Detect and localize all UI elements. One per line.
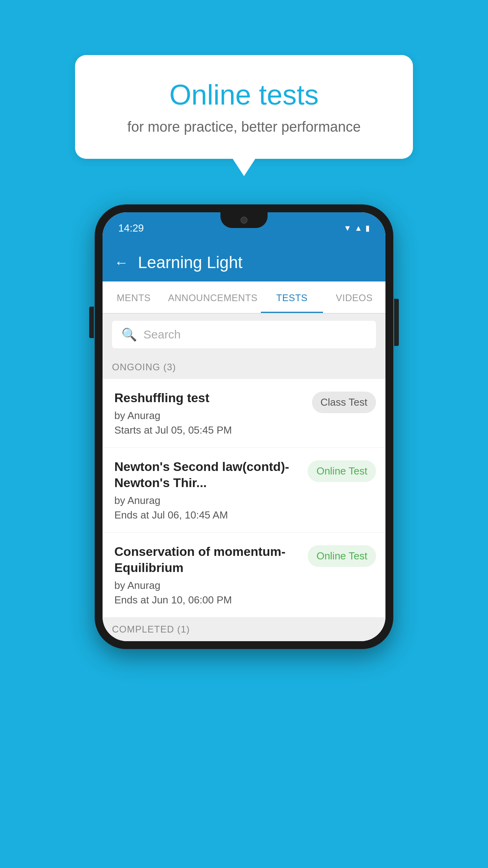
bubble-title: Online tests: [103, 79, 385, 111]
app-header: ← Learning Light: [103, 244, 385, 281]
signal-icon: [354, 223, 362, 233]
status-time: 14:29: [118, 222, 144, 234]
status-icons: [343, 223, 370, 233]
test-name-2: Newton's Second law(contd)-Newton's Thir…: [114, 459, 300, 491]
test-item-3[interactable]: Conservation of momentum-Equilibrium by …: [103, 533, 385, 618]
camera: [240, 217, 248, 224]
test-item-2[interactable]: Newton's Second law(contd)-Newton's Thir…: [103, 448, 385, 533]
test-badge-2: Online Test: [308, 460, 376, 482]
wifi-icon: [343, 223, 351, 233]
promo-speech-bubble: Online tests for more practice, better p…: [75, 55, 413, 159]
test-date-3: Ends at Jun 10, 06:00 PM: [114, 594, 300, 606]
test-name-1: Reshuffling test: [114, 390, 304, 406]
test-date-1: Starts at Jul 05, 05:45 PM: [114, 424, 304, 436]
tab-videos[interactable]: VIDEOS: [323, 281, 385, 313]
test-badge-1: Class Test: [312, 392, 376, 413]
test-badge-3: Online Test: [308, 545, 376, 567]
battery-icon: [365, 223, 370, 233]
search-container: 🔍 Search: [103, 314, 385, 355]
test-item-1[interactable]: Reshuffling test by Anurag Starts at Jul…: [103, 379, 385, 448]
ongoing-label: ONGOING (3): [112, 362, 176, 372]
tab-tests[interactable]: TESTS: [261, 281, 323, 313]
test-info-1: Reshuffling test by Anurag Starts at Jul…: [114, 390, 304, 436]
status-bar: 14:29: [103, 212, 385, 244]
tab-bar: MENTS ANNOUNCEMENTS TESTS VIDEOS: [103, 281, 385, 314]
phone-outer-frame: 14:29 ← Learning Light MENTS: [95, 204, 393, 649]
phone-screen: 14:29 ← Learning Light MENTS: [103, 212, 385, 641]
notch: [220, 212, 268, 228]
tab-ments[interactable]: MENTS: [103, 281, 165, 313]
search-input[interactable]: Search: [143, 328, 181, 341]
test-name-3: Conservation of momentum-Equilibrium: [114, 544, 300, 576]
ongoing-section-header: ONGOING (3): [103, 355, 385, 379]
bubble-subtitle: for more practice, better performance: [103, 119, 385, 135]
app-title: Learning Light: [138, 253, 242, 272]
back-button[interactable]: ←: [114, 256, 128, 270]
test-date-2: Ends at Jul 06, 10:45 AM: [114, 509, 300, 521]
search-icon: 🔍: [121, 327, 137, 342]
tab-announcements[interactable]: ANNOUNCEMENTS: [165, 281, 261, 313]
completed-section-header: COMPLETED (1): [103, 618, 385, 641]
search-input-wrapper[interactable]: 🔍 Search: [112, 321, 376, 348]
test-info-3: Conservation of momentum-Equilibrium by …: [114, 544, 300, 606]
speech-bubble-box: Online tests for more practice, better p…: [75, 55, 413, 159]
completed-label: COMPLETED (1): [112, 624, 190, 634]
phone-mockup: 14:29 ← Learning Light MENTS: [95, 204, 393, 649]
test-by-3: by Anurag: [114, 579, 300, 592]
test-info-2: Newton's Second law(contd)-Newton's Thir…: [114, 459, 300, 521]
test-by-1: by Anurag: [114, 410, 304, 422]
test-by-2: by Anurag: [114, 495, 300, 507]
